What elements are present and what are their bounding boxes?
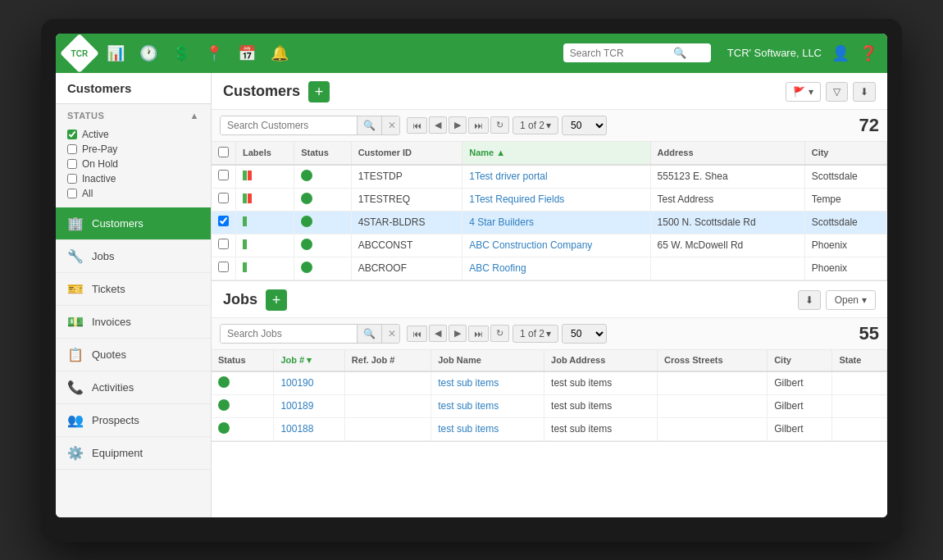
row-city: Gilbert — [768, 371, 832, 395]
jobs-first-page-btn[interactable]: ⏮ — [407, 326, 427, 342]
global-search-input[interactable] — [570, 48, 668, 59]
customer-name-link[interactable]: 1Test driver portal — [469, 171, 547, 182]
sidebar-item-invoices[interactable]: 💵 Invoices — [56, 306, 211, 339]
customer-name-link[interactable]: 1Test Required Fields — [469, 193, 564, 205]
jobs-next-page-btn[interactable]: ▶ — [449, 325, 467, 342]
refresh-btn[interactable]: ↻ — [490, 116, 509, 134]
sidebar-item-activities[interactable]: 📞 Activities — [56, 371, 211, 404]
sidebar-item-equipment[interactable]: ⚙️ Equipment — [56, 437, 211, 470]
customer-name-link[interactable]: ABC Construction Company — [469, 239, 592, 251]
filter-prepay-checkbox[interactable] — [67, 144, 77, 154]
chart-icon[interactable]: 📊 — [107, 44, 125, 62]
jobs-page-size[interactable]: 50 100 200 — [562, 324, 607, 344]
table-row[interactable]: ABCCONST ABC Construction Company 65 W. … — [212, 234, 887, 257]
table-row[interactable]: 1TESTDP 1Test driver portal 555123 E. Sh… — [212, 165, 887, 189]
job-name-link[interactable]: test sub items — [438, 400, 499, 412]
filter-prepay[interactable]: Pre-Pay — [67, 142, 199, 157]
customer-name-link[interactable]: 4 Star Builders — [469, 216, 534, 228]
sidebar-item-customers[interactable]: 🏢 Customers — [56, 207, 211, 240]
row-job-num: 100189 — [274, 394, 344, 417]
calendar-icon[interactable]: 📅 — [238, 44, 256, 62]
filter-button[interactable]: ▽ — [826, 82, 848, 102]
table-row[interactable]: 100188 test sub items test sub items Gil… — [212, 417, 887, 440]
row-status — [212, 417, 274, 440]
laptop-shell: TCR 📊 🕐 💲 📍 📅 🔔 🔍 TCR' Software, LLC 👤 ❓ — [41, 19, 902, 542]
filter-inactive-checkbox[interactable] — [67, 174, 77, 184]
filter-onhold-checkbox[interactable] — [67, 159, 77, 169]
sidebar-item-jobs[interactable]: 🔧 Jobs — [56, 240, 211, 273]
prev-page-btn[interactable]: ◀ — [429, 116, 447, 134]
add-customer-button[interactable]: + — [308, 81, 330, 102]
nav-right: TCR' Software, LLC 👤 ❓ — [727, 44, 877, 62]
filter-active[interactable]: Active — [67, 127, 199, 142]
customers-clear-btn[interactable]: ✕ — [381, 116, 400, 134]
customers-pagination[interactable]: 1 of 2 ▾ — [512, 116, 558, 134]
row-customer-id: ABCCONST — [351, 234, 462, 257]
jobs-download-button[interactable]: ⬇ — [798, 290, 821, 310]
table-row[interactable]: 1TESTREQ 1Test Required Fields Test Addr… — [212, 188, 887, 211]
row-checkbox[interactable] — [218, 216, 229, 226]
filter-onhold[interactable]: On Hold — [67, 157, 199, 171]
job-name-link[interactable]: test sub items — [438, 423, 499, 435]
sidebar-item-prospects[interactable]: 👥 Prospects — [56, 404, 211, 437]
job-num-link[interactable]: 100189 — [280, 400, 313, 412]
add-job-button[interactable]: + — [266, 289, 287, 311]
clock-icon[interactable]: 🕐 — [139, 44, 157, 62]
job-num-link[interactable]: 100190 — [280, 377, 313, 389]
collapse-icon[interactable]: ▲ — [190, 111, 199, 121]
row-checkbox[interactable] — [218, 170, 229, 180]
filter-prepay-label: Pre-Pay — [82, 143, 117, 155]
table-row[interactable]: 100190 test sub items test sub items Gil… — [212, 371, 887, 395]
table-row[interactable]: ABCROOF ABC Roofing Phoenix — [212, 257, 887, 280]
row-checkbox[interactable] — [218, 193, 229, 203]
customers-search-input[interactable] — [221, 116, 357, 134]
customers-col-name[interactable]: Name ▲ — [462, 142, 650, 165]
dollar-icon[interactable]: 💲 — [172, 44, 190, 62]
jobs-pagination[interactable]: 1 of 2 ▾ — [512, 325, 558, 343]
jobs-prev-page-btn[interactable]: ◀ — [429, 325, 447, 342]
map-icon[interactable]: 📍 — [205, 44, 223, 62]
jobs-page-info: 1 of 2 — [520, 328, 544, 339]
jobs-refresh-btn[interactable]: ↻ — [490, 325, 509, 342]
filter-active-checkbox[interactable] — [67, 130, 77, 139]
last-page-btn[interactable]: ⏭ — [468, 117, 489, 134]
filter-inactive[interactable]: Inactive — [67, 171, 199, 186]
download-button[interactable]: ⬇ — [853, 82, 876, 102]
job-name-link[interactable]: test sub items — [438, 377, 499, 389]
jobs-status-filter[interactable]: Open ▾ — [826, 290, 876, 310]
labels-button[interactable]: 🚩 ▾ — [786, 82, 821, 102]
filter-all-checkbox[interactable] — [67, 189, 77, 198]
jobs-clear-btn[interactable]: ✕ — [381, 325, 400, 343]
row-customer-id: 1TESTREQ — [351, 188, 462, 211]
status-section-header: STATUS ▲ — [56, 104, 211, 124]
row-job-name: test sub items — [431, 371, 544, 395]
table-row[interactable]: 4STAR-BLDRS 4 Star Builders 1500 N. Scot… — [212, 211, 887, 234]
jobs-section-header: Jobs + ⬇ Open ▾ — [212, 281, 887, 318]
row-checkbox[interactable] — [218, 239, 229, 249]
customer-name-link[interactable]: ABC Roofing — [469, 262, 526, 274]
customers-search-btn[interactable]: 🔍 — [357, 116, 381, 134]
sidebar-item-quotes[interactable]: 📋 Quotes — [56, 339, 211, 371]
equipment-icon: ⚙️ — [67, 445, 84, 461]
jobs-search-btn[interactable]: 🔍 — [357, 325, 381, 343]
filter-icon: ▽ — [833, 86, 840, 98]
jobs-last-page-btn[interactable]: ⏭ — [468, 326, 489, 342]
user-icon[interactable]: 👤 — [831, 44, 850, 62]
customers-section-header: Customers + 🚩 ▾ ▽ ⬇ — [212, 73, 887, 110]
bell-icon[interactable]: 🔔 — [271, 44, 289, 62]
first-page-btn[interactable]: ⏮ — [407, 117, 427, 134]
jobs-col-jobnum[interactable]: Job # ▾ — [274, 350, 344, 371]
job-num-link[interactable]: 100188 — [280, 423, 313, 435]
row-checkbox[interactable] — [218, 262, 229, 272]
jobs-search-input[interactable] — [221, 325, 357, 343]
help-icon[interactable]: ❓ — [859, 44, 877, 62]
row-cross-streets — [658, 371, 768, 395]
select-all-checkbox[interactable] — [218, 147, 229, 157]
jobs-col-name: Job Name — [431, 350, 544, 371]
table-row[interactable]: 100189 test sub items test sub items Gil… — [212, 394, 887, 417]
jobs-title: Jobs — [223, 291, 257, 308]
sidebar-item-tickets[interactable]: 🎫 Tickets — [56, 273, 211, 306]
filter-all[interactable]: All — [67, 186, 199, 201]
customers-page-size[interactable]: 50 100 200 — [562, 116, 607, 135]
next-page-btn[interactable]: ▶ — [449, 116, 467, 134]
